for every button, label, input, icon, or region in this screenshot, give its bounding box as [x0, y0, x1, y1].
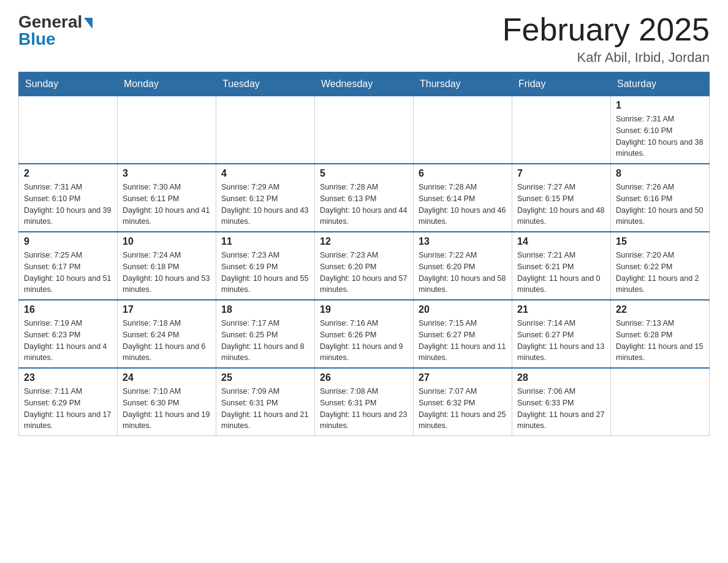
calendar-day-cell: 1Sunrise: 7:31 AMSunset: 6:10 PMDaylight… [611, 96, 710, 164]
calendar-day-cell: 10Sunrise: 7:24 AMSunset: 6:18 PMDayligh… [118, 232, 216, 300]
day-sun-info: Sunrise: 7:31 AMSunset: 6:10 PMDaylight:… [24, 182, 112, 228]
day-number: 1 [616, 100, 704, 111]
calendar-weekday-header: Tuesday [216, 72, 315, 96]
day-number: 18 [221, 304, 309, 315]
day-number: 26 [320, 372, 408, 383]
calendar-day-cell [315, 96, 414, 164]
calendar-day-cell: 9Sunrise: 7:25 AMSunset: 6:17 PMDaylight… [19, 232, 118, 300]
calendar-day-cell: 15Sunrise: 7:20 AMSunset: 6:22 PMDayligh… [611, 232, 710, 300]
logo-arrow-icon [84, 18, 93, 29]
day-sun-info: Sunrise: 7:08 AMSunset: 6:31 PMDaylight:… [320, 386, 408, 432]
calendar-weekday-header: Friday [512, 72, 611, 96]
calendar-weekday-header: Thursday [414, 72, 512, 96]
day-number: 12 [320, 236, 408, 247]
day-number: 7 [517, 168, 605, 179]
day-sun-info: Sunrise: 7:18 AMSunset: 6:24 PMDaylight:… [123, 318, 211, 364]
day-number: 28 [517, 372, 605, 383]
day-sun-info: Sunrise: 7:21 AMSunset: 6:21 PMDaylight:… [517, 250, 605, 296]
day-sun-info: Sunrise: 7:25 AMSunset: 6:17 PMDaylight:… [24, 250, 112, 296]
calendar-day-cell: 19Sunrise: 7:16 AMSunset: 6:26 PMDayligh… [315, 300, 414, 368]
day-sun-info: Sunrise: 7:16 AMSunset: 6:26 PMDaylight:… [320, 318, 408, 364]
day-number: 11 [221, 236, 309, 247]
calendar-day-cell: 22Sunrise: 7:13 AMSunset: 6:28 PMDayligh… [611, 300, 710, 368]
calendar-day-cell: 16Sunrise: 7:19 AMSunset: 6:23 PMDayligh… [19, 300, 118, 368]
calendar-header-row: SundayMondayTuesdayWednesdayThursdayFrid… [19, 72, 710, 96]
day-number: 17 [123, 304, 211, 315]
location-subtitle: Kafr Abil, Irbid, Jordan [502, 50, 710, 66]
calendar-weekday-header: Monday [118, 72, 216, 96]
calendar-day-cell [216, 96, 315, 164]
day-sun-info: Sunrise: 7:09 AMSunset: 6:31 PMDaylight:… [221, 386, 309, 432]
month-title: February 2025 [502, 12, 710, 47]
calendar-day-cell: 7Sunrise: 7:27 AMSunset: 6:15 PMDaylight… [512, 164, 611, 232]
day-number: 5 [320, 168, 408, 179]
calendar-day-cell: 17Sunrise: 7:18 AMSunset: 6:24 PMDayligh… [118, 300, 216, 368]
logo-blue-text: Blue [18, 29, 56, 49]
calendar-week-row: 23Sunrise: 7:11 AMSunset: 6:29 PMDayligh… [19, 368, 710, 436]
calendar-table: SundayMondayTuesdayWednesdayThursdayFrid… [18, 72, 710, 436]
calendar-week-row: 2Sunrise: 7:31 AMSunset: 6:10 PMDaylight… [19, 164, 710, 232]
day-sun-info: Sunrise: 7:17 AMSunset: 6:25 PMDaylight:… [221, 318, 309, 364]
day-sun-info: Sunrise: 7:29 AMSunset: 6:12 PMDaylight:… [221, 182, 309, 228]
day-sun-info: Sunrise: 7:13 AMSunset: 6:28 PMDaylight:… [616, 318, 704, 364]
calendar-weekday-header: Sunday [19, 72, 118, 96]
day-sun-info: Sunrise: 7:23 AMSunset: 6:19 PMDaylight:… [221, 250, 309, 296]
calendar-day-cell: 5Sunrise: 7:28 AMSunset: 6:13 PMDaylight… [315, 164, 414, 232]
day-number: 8 [616, 168, 704, 179]
day-number: 4 [221, 168, 309, 179]
calendar-day-cell: 6Sunrise: 7:28 AMSunset: 6:14 PMDaylight… [414, 164, 512, 232]
calendar-day-cell: 14Sunrise: 7:21 AMSunset: 6:21 PMDayligh… [512, 232, 611, 300]
day-number: 19 [320, 304, 408, 315]
calendar-day-cell: 18Sunrise: 7:17 AMSunset: 6:25 PMDayligh… [216, 300, 315, 368]
calendar-day-cell: 11Sunrise: 7:23 AMSunset: 6:19 PMDayligh… [216, 232, 315, 300]
day-sun-info: Sunrise: 7:19 AMSunset: 6:23 PMDaylight:… [24, 318, 112, 364]
day-sun-info: Sunrise: 7:27 AMSunset: 6:15 PMDaylight:… [517, 182, 605, 228]
day-number: 3 [123, 168, 211, 179]
day-sun-info: Sunrise: 7:30 AMSunset: 6:11 PMDaylight:… [123, 182, 211, 228]
day-sun-info: Sunrise: 7:15 AMSunset: 6:27 PMDaylight:… [419, 318, 507, 364]
calendar-day-cell: 3Sunrise: 7:30 AMSunset: 6:11 PMDaylight… [118, 164, 216, 232]
calendar-day-cell: 12Sunrise: 7:23 AMSunset: 6:20 PMDayligh… [315, 232, 414, 300]
day-number: 2 [24, 168, 112, 179]
day-sun-info: Sunrise: 7:20 AMSunset: 6:22 PMDaylight:… [616, 250, 704, 296]
day-sun-info: Sunrise: 7:28 AMSunset: 6:14 PMDaylight:… [419, 182, 507, 228]
day-number: 9 [24, 236, 112, 247]
day-sun-info: Sunrise: 7:10 AMSunset: 6:30 PMDaylight:… [123, 386, 211, 432]
calendar-week-row: 16Sunrise: 7:19 AMSunset: 6:23 PMDayligh… [19, 300, 710, 368]
day-sun-info: Sunrise: 7:31 AMSunset: 6:10 PMDaylight:… [616, 113, 704, 159]
day-number: 6 [419, 168, 507, 179]
day-number: 27 [419, 372, 507, 383]
day-number: 24 [123, 372, 211, 383]
calendar-day-cell: 13Sunrise: 7:22 AMSunset: 6:20 PMDayligh… [414, 232, 512, 300]
day-number: 15 [616, 236, 704, 247]
calendar-day-cell [19, 96, 118, 164]
day-number: 21 [517, 304, 605, 315]
calendar-day-cell: 8Sunrise: 7:26 AMSunset: 6:16 PMDaylight… [611, 164, 710, 232]
calendar-week-row: 9Sunrise: 7:25 AMSunset: 6:17 PMDaylight… [19, 232, 710, 300]
day-sun-info: Sunrise: 7:28 AMSunset: 6:13 PMDaylight:… [320, 182, 408, 228]
calendar-weekday-header: Saturday [611, 72, 710, 96]
day-number: 25 [221, 372, 309, 383]
day-number: 23 [24, 372, 112, 383]
day-number: 13 [419, 236, 507, 247]
calendar-weekday-header: Wednesday [315, 72, 414, 96]
day-number: 10 [123, 236, 211, 247]
calendar-day-cell: 28Sunrise: 7:06 AMSunset: 6:33 PMDayligh… [512, 368, 611, 436]
day-number: 14 [517, 236, 605, 247]
day-sun-info: Sunrise: 7:07 AMSunset: 6:32 PMDaylight:… [419, 386, 507, 432]
logo: General Blue [18, 12, 93, 49]
calendar-day-cell: 2Sunrise: 7:31 AMSunset: 6:10 PMDaylight… [19, 164, 118, 232]
day-sun-info: Sunrise: 7:24 AMSunset: 6:18 PMDaylight:… [123, 250, 211, 296]
calendar-day-cell: 23Sunrise: 7:11 AMSunset: 6:29 PMDayligh… [19, 368, 118, 436]
calendar-day-cell: 4Sunrise: 7:29 AMSunset: 6:12 PMDaylight… [216, 164, 315, 232]
day-sun-info: Sunrise: 7:22 AMSunset: 6:20 PMDaylight:… [419, 250, 507, 296]
calendar-day-cell: 21Sunrise: 7:14 AMSunset: 6:27 PMDayligh… [512, 300, 611, 368]
day-sun-info: Sunrise: 7:23 AMSunset: 6:20 PMDaylight:… [320, 250, 408, 296]
calendar-week-row: 1Sunrise: 7:31 AMSunset: 6:10 PMDaylight… [19, 96, 710, 164]
calendar-day-cell: 20Sunrise: 7:15 AMSunset: 6:27 PMDayligh… [414, 300, 512, 368]
day-sun-info: Sunrise: 7:14 AMSunset: 6:27 PMDaylight:… [517, 318, 605, 364]
calendar-day-cell [414, 96, 512, 164]
day-sun-info: Sunrise: 7:06 AMSunset: 6:33 PMDaylight:… [517, 386, 605, 432]
title-block: February 2025 Kafr Abil, Irbid, Jordan [502, 12, 710, 66]
calendar-day-cell [118, 96, 216, 164]
